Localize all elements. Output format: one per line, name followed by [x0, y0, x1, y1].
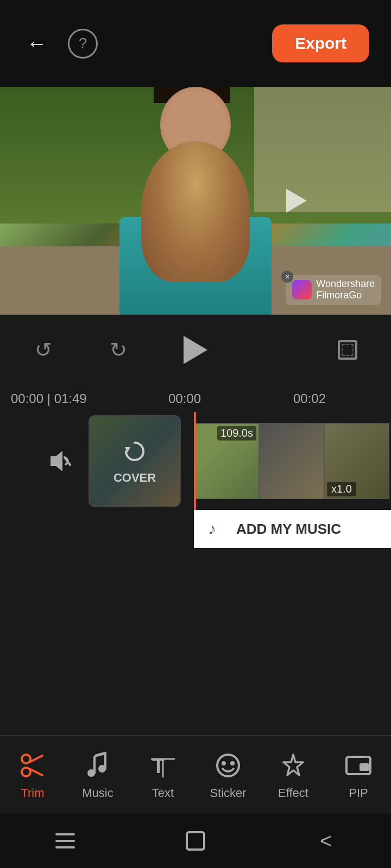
clip-duration: 109.0s	[217, 426, 256, 441]
nav-line-3	[55, 846, 75, 848]
nav-line-2	[55, 840, 75, 842]
music-note-icon: ♪	[207, 519, 226, 539]
svg-marker-0	[51, 451, 62, 471]
export-button[interactable]: Export	[272, 24, 369, 62]
clip-item-1[interactable]: 109.0s	[194, 423, 259, 499]
top-bar-left: ← ?	[22, 29, 98, 59]
text-svg: T	[149, 751, 177, 780]
tool-music[interactable]: Music	[67, 749, 129, 800]
time-label-marker2: 00:02	[293, 391, 326, 406]
video-child	[141, 141, 250, 282]
add-music-label: ADD MY MUSIC	[236, 521, 341, 538]
clips-strip: 109.0s x1.0 +	[194, 423, 391, 499]
fullscreen-button[interactable]	[331, 334, 364, 366]
effect-svg	[279, 751, 307, 780]
nav-line-1	[55, 833, 75, 835]
svg-rect-22	[360, 763, 369, 771]
timeline-area: ↺ ↻ 00:00 | 01:49 00:00 00:02	[0, 315, 391, 591]
svg-text:♪: ♪	[208, 520, 216, 538]
add-music-button[interactable]: ♪ ADD MY MUSIC	[194, 510, 391, 548]
time-label-marker1: 00:00	[168, 391, 201, 406]
svg-point-12	[87, 769, 95, 777]
play-overlay	[280, 184, 313, 217]
svg-point-17	[217, 755, 239, 776]
effect-label: Effect	[278, 786, 308, 800]
undo-button[interactable]: ↺	[27, 334, 60, 366]
cover-refresh-icon	[121, 437, 149, 465]
sticker-label: Sticker	[210, 786, 246, 800]
watermark-logo	[292, 280, 312, 299]
text-label: Text	[152, 786, 174, 800]
bottom-toolbar: Trim Music T Text	[0, 735, 391, 814]
play-main-icon	[184, 336, 207, 364]
tool-effect[interactable]: Effect	[262, 749, 325, 800]
playhead	[194, 412, 196, 510]
back-button[interactable]: ←	[22, 29, 52, 59]
tool-sticker[interactable]: Sticker	[197, 749, 260, 800]
nav-home-button[interactable]	[174, 825, 217, 857]
cover-thumbnail[interactable]: COVER	[89, 415, 181, 507]
watermark: × Wondershare FilmoraGo	[286, 275, 381, 305]
time-ruler: 00:00 | 01:49 00:00 00:02	[0, 385, 391, 412]
timeline-scroll: COVER 109.0s x1.0 +	[0, 412, 391, 591]
music-label: Music	[82, 786, 113, 800]
menu-lines-icon	[55, 833, 75, 848]
redo-button[interactable]: ↻	[102, 334, 135, 366]
nav-back-button[interactable]: <	[304, 825, 348, 857]
tool-pip[interactable]: PIP	[327, 749, 390, 800]
trim-label: Trim	[21, 786, 44, 800]
video-preview: × Wondershare FilmoraGo	[0, 87, 391, 315]
controls-row: ↺ ↻	[0, 315, 391, 385]
tool-text[interactable]: T Text	[132, 749, 194, 800]
cover-label: COVER	[113, 471, 156, 485]
play-button[interactable]	[176, 331, 215, 369]
nav-back-arrow-icon: <	[320, 829, 332, 853]
clip-speed: x1.0	[327, 482, 356, 496]
fullscreen-icon	[338, 340, 357, 360]
nav-bar: <	[0, 814, 391, 868]
play-triangle-icon	[286, 189, 307, 213]
svg-point-13	[98, 765, 106, 773]
sticker-icon	[212, 749, 244, 782]
music-icon	[81, 749, 114, 782]
music-svg	[84, 751, 112, 780]
effect-icon	[277, 749, 310, 782]
trim-icon	[16, 749, 49, 782]
watermark-text: Wondershare FilmoraGo	[316, 278, 375, 302]
scissors-svg	[18, 751, 47, 780]
redo-icon: ↻	[110, 338, 127, 362]
music-track: ♪ ADD MY MUSIC	[0, 510, 391, 548]
pip-label: PIP	[349, 786, 368, 800]
clip-item-3[interactable]: x1.0	[324, 423, 389, 499]
svg-point-19	[230, 761, 235, 765]
sticker-svg	[214, 751, 242, 780]
volume-button[interactable]	[43, 445, 76, 477]
video-wall	[254, 87, 391, 212]
tool-trim[interactable]: Trim	[2, 749, 64, 800]
undo-icon: ↺	[35, 338, 52, 362]
home-square-icon	[186, 831, 205, 851]
pip-svg	[344, 751, 373, 780]
text-icon: T	[147, 749, 179, 782]
top-bar: ← ? Export	[0, 0, 391, 87]
watermark-close-icon[interactable]: ×	[281, 271, 293, 283]
volume-icon	[46, 448, 73, 475]
timeline-track: COVER 109.0s x1.0 +	[0, 412, 391, 510]
time-label-current: 00:00 | 01:49	[11, 391, 87, 406]
back-arrow-icon: ←	[27, 32, 47, 55]
clip-item-2[interactable]	[259, 423, 324, 499]
svg-point-18	[222, 761, 226, 765]
pip-icon	[342, 749, 375, 782]
help-button[interactable]: ?	[68, 29, 98, 59]
nav-menu-button[interactable]	[43, 825, 87, 857]
help-icon: ?	[79, 35, 87, 52]
svg-marker-20	[283, 755, 303, 775]
